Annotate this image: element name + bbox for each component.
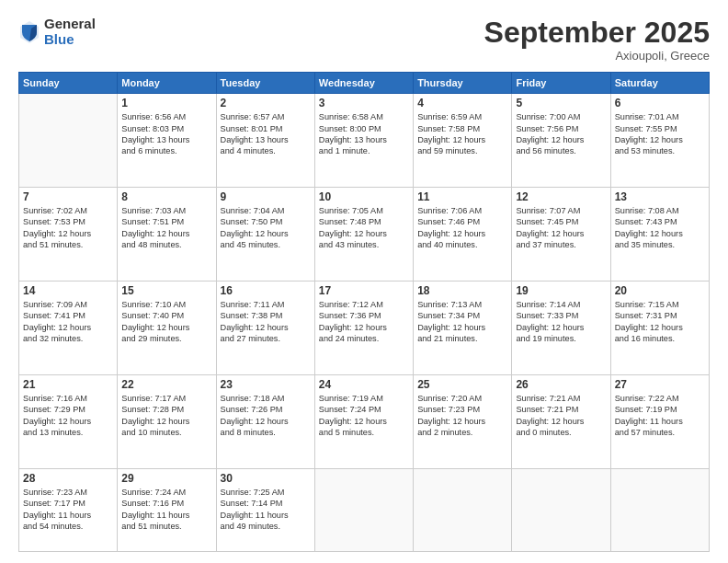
col-wednesday: Wednesday <box>314 73 413 94</box>
day-info: Sunrise: 6:57 AMSunset: 8:01 PMDaylight:… <box>221 111 311 157</box>
day-info: Sunrise: 7:20 AMSunset: 7:23 PMDaylight:… <box>417 393 507 439</box>
day-number: 5 <box>516 97 606 109</box>
day-info: Sunrise: 7:07 AMSunset: 7:45 PMDaylight:… <box>516 205 606 251</box>
day-number: 7 <box>23 190 113 203</box>
day-number: 10 <box>319 190 409 203</box>
day-info: Sunrise: 7:02 AMSunset: 7:53 PMDaylight:… <box>23 205 113 251</box>
col-monday: Monday <box>118 73 216 94</box>
table-row: 21Sunrise: 7:16 AMSunset: 7:29 PMDayligh… <box>19 374 118 468</box>
table-row: 2Sunrise: 6:57 AMSunset: 8:01 PMDaylight… <box>216 94 314 188</box>
day-number: 6 <box>615 97 705 109</box>
calendar-header-row: Sunday Monday Tuesday Wednesday Thursday… <box>19 73 710 94</box>
day-number: 12 <box>516 190 606 203</box>
day-info: Sunrise: 7:08 AMSunset: 7:43 PMDaylight:… <box>615 205 705 251</box>
table-row: 12Sunrise: 7:07 AMSunset: 7:45 PMDayligh… <box>512 188 610 282</box>
table-row: 29Sunrise: 7:24 AMSunset: 7:16 PMDayligh… <box>118 468 216 551</box>
logo: General Blue <box>18 17 96 47</box>
logo-text: General Blue <box>44 17 96 47</box>
table-row: 1Sunrise: 6:56 AMSunset: 8:03 PMDaylight… <box>118 94 216 188</box>
day-info: Sunrise: 6:59 AMSunset: 7:58 PMDaylight:… <box>417 111 507 157</box>
day-number: 18 <box>417 284 507 297</box>
day-info: Sunrise: 7:21 AMSunset: 7:21 PMDaylight:… <box>516 393 606 439</box>
table-row: 7Sunrise: 7:02 AMSunset: 7:53 PMDaylight… <box>19 188 118 282</box>
day-info: Sunrise: 7:00 AMSunset: 7:56 PMDaylight:… <box>516 111 606 157</box>
col-saturday: Saturday <box>610 73 709 94</box>
day-info: Sunrise: 7:22 AMSunset: 7:19 PMDaylight:… <box>615 393 705 439</box>
day-number: 13 <box>615 190 705 203</box>
table-row: 26Sunrise: 7:21 AMSunset: 7:21 PMDayligh… <box>512 374 610 468</box>
day-number: 27 <box>615 378 705 391</box>
day-info: Sunrise: 7:24 AMSunset: 7:16 PMDaylight:… <box>121 487 211 533</box>
day-number: 28 <box>23 472 113 485</box>
table-row: 6Sunrise: 7:01 AMSunset: 7:55 PMDaylight… <box>610 94 709 188</box>
table-row: 14Sunrise: 7:09 AMSunset: 7:41 PMDayligh… <box>19 281 118 374</box>
table-row: 16Sunrise: 7:11 AMSunset: 7:38 PMDayligh… <box>216 281 314 374</box>
col-tuesday: Tuesday <box>216 73 314 94</box>
logo-blue-text: Blue <box>44 32 96 48</box>
logo-general-text: General <box>44 17 96 32</box>
table-row: 22Sunrise: 7:17 AMSunset: 7:28 PMDayligh… <box>118 374 216 468</box>
table-row: 5Sunrise: 7:00 AMSunset: 7:56 PMDaylight… <box>512 94 610 188</box>
table-row <box>610 468 709 551</box>
day-number: 15 <box>121 284 211 297</box>
day-number: 19 <box>516 284 606 297</box>
table-row: 27Sunrise: 7:22 AMSunset: 7:19 PMDayligh… <box>610 374 709 468</box>
day-number: 3 <box>319 97 409 109</box>
day-info: Sunrise: 7:17 AMSunset: 7:28 PMDaylight:… <box>121 393 211 439</box>
day-info: Sunrise: 7:23 AMSunset: 7:17 PMDaylight:… <box>23 487 113 533</box>
day-number: 23 <box>221 378 311 391</box>
day-info: Sunrise: 7:25 AMSunset: 7:14 PMDaylight:… <box>221 487 311 533</box>
table-row: 17Sunrise: 7:12 AMSunset: 7:36 PMDayligh… <box>314 281 413 374</box>
table-row: 3Sunrise: 6:58 AMSunset: 8:00 PMDaylight… <box>314 94 413 188</box>
day-number: 21 <box>23 378 113 391</box>
day-info: Sunrise: 7:06 AMSunset: 7:46 PMDaylight:… <box>417 205 507 251</box>
page: General Blue September 2025 Axioupoli, G… <box>0 0 728 563</box>
table-row: 30Sunrise: 7:25 AMSunset: 7:14 PMDayligh… <box>216 468 314 551</box>
table-row: 24Sunrise: 7:19 AMSunset: 7:24 PMDayligh… <box>314 374 413 468</box>
table-row: 15Sunrise: 7:10 AMSunset: 7:40 PMDayligh… <box>118 281 216 374</box>
day-info: Sunrise: 7:16 AMSunset: 7:29 PMDaylight:… <box>23 393 113 439</box>
calendar-table: Sunday Monday Tuesday Wednesday Thursday… <box>18 72 710 552</box>
table-row: 13Sunrise: 7:08 AMSunset: 7:43 PMDayligh… <box>610 188 709 282</box>
day-info: Sunrise: 7:11 AMSunset: 7:38 PMDaylight:… <box>221 299 311 345</box>
location-subtitle: Axioupoli, Greece <box>484 49 710 63</box>
day-number: 22 <box>121 378 211 391</box>
day-info: Sunrise: 7:05 AMSunset: 7:48 PMDaylight:… <box>319 205 409 251</box>
day-info: Sunrise: 7:19 AMSunset: 7:24 PMDaylight:… <box>319 393 409 439</box>
table-row: 18Sunrise: 7:13 AMSunset: 7:34 PMDayligh… <box>414 281 512 374</box>
day-number: 25 <box>417 378 507 391</box>
day-info: Sunrise: 7:04 AMSunset: 7:50 PMDaylight:… <box>221 205 311 251</box>
day-number: 29 <box>121 472 211 485</box>
day-number: 26 <box>516 378 606 391</box>
header: General Blue September 2025 Axioupoli, G… <box>18 17 710 63</box>
table-row: 11Sunrise: 7:06 AMSunset: 7:46 PMDayligh… <box>414 188 512 282</box>
day-info: Sunrise: 6:56 AMSunset: 8:03 PMDaylight:… <box>121 111 211 157</box>
day-number: 17 <box>319 284 409 297</box>
table-row: 10Sunrise: 7:05 AMSunset: 7:48 PMDayligh… <box>314 188 413 282</box>
table-row: 20Sunrise: 7:15 AMSunset: 7:31 PMDayligh… <box>610 281 709 374</box>
day-info: Sunrise: 6:58 AMSunset: 8:00 PMDaylight:… <box>319 111 409 157</box>
day-info: Sunrise: 7:10 AMSunset: 7:40 PMDaylight:… <box>121 299 211 345</box>
table-row: 4Sunrise: 6:59 AMSunset: 7:58 PMDaylight… <box>414 94 512 188</box>
table-row: 9Sunrise: 7:04 AMSunset: 7:50 PMDaylight… <box>216 188 314 282</box>
logo-icon <box>18 19 40 45</box>
month-title: September 2025 <box>484 17 710 49</box>
day-info: Sunrise: 7:14 AMSunset: 7:33 PMDaylight:… <box>516 299 606 345</box>
day-number: 2 <box>221 97 311 109</box>
day-number: 20 <box>615 284 705 297</box>
day-number: 30 <box>221 472 311 485</box>
title-block: September 2025 Axioupoli, Greece <box>484 17 710 63</box>
day-info: Sunrise: 7:01 AMSunset: 7:55 PMDaylight:… <box>615 111 705 157</box>
day-info: Sunrise: 7:03 AMSunset: 7:51 PMDaylight:… <box>121 205 211 251</box>
day-number: 14 <box>23 284 113 297</box>
day-info: Sunrise: 7:12 AMSunset: 7:36 PMDaylight:… <box>319 299 409 345</box>
day-info: Sunrise: 7:15 AMSunset: 7:31 PMDaylight:… <box>615 299 705 345</box>
table-row <box>414 468 512 551</box>
table-row <box>19 94 118 188</box>
table-row <box>512 468 610 551</box>
day-number: 11 <box>417 190 507 203</box>
table-row: 23Sunrise: 7:18 AMSunset: 7:26 PMDayligh… <box>216 374 314 468</box>
day-info: Sunrise: 7:13 AMSunset: 7:34 PMDaylight:… <box>417 299 507 345</box>
day-number: 24 <box>319 378 409 391</box>
day-info: Sunrise: 7:09 AMSunset: 7:41 PMDaylight:… <box>23 299 113 345</box>
